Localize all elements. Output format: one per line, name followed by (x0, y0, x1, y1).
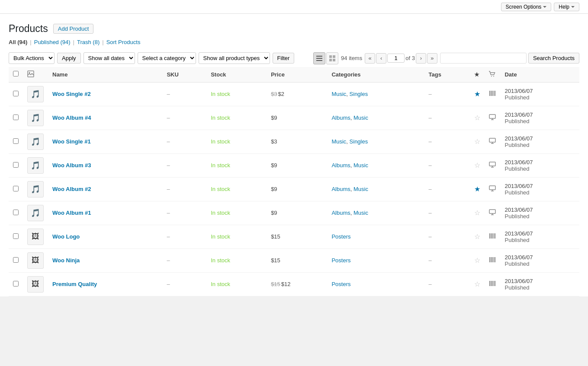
row-name-cell: Woo Album #2 (48, 177, 162, 201)
row-date-cell: 2013/06/07 Published (500, 106, 579, 130)
dates-filter-select[interactable]: Show all dates (84, 52, 135, 64)
category-link[interactable]: Music (353, 115, 368, 121)
first-page-button[interactable]: « (365, 53, 375, 64)
row-checkbox[interactable] (13, 233, 19, 239)
screen-options-button[interactable]: Screen Options (501, 3, 552, 11)
page-header: Products Add Product (9, 22, 579, 35)
featured-star-filled-icon[interactable]: ★ (474, 185, 480, 193)
add-product-button[interactable]: Add Product (53, 24, 94, 34)
category-link[interactable]: Music (331, 138, 346, 145)
row-checkbox[interactable] (13, 138, 19, 144)
row-name-cell: Woo Album #1 (48, 201, 162, 225)
category-link[interactable]: Music (353, 210, 368, 216)
category-link[interactable]: Music (331, 91, 346, 97)
featured-star-empty-icon[interactable]: ☆ (474, 209, 480, 216)
product-name-link[interactable]: Woo Ninja (52, 257, 80, 264)
row-checkbox[interactable] (13, 91, 19, 96)
current-page-input[interactable] (387, 54, 405, 63)
filter-trash-link[interactable]: Trash (8) (77, 39, 100, 45)
svg-rect-0 (316, 56, 322, 57)
table-row: 🎵Woo Album #1–In stock$9Albums, Music–☆ … (9, 201, 579, 225)
tags-value: – (429, 115, 432, 121)
category-link[interactable]: Posters (331, 233, 350, 240)
date-value: 2013/06/07 (504, 230, 575, 237)
row-checkbox[interactable] (13, 281, 19, 286)
row-stock-cell: In stock (206, 153, 267, 177)
category-link[interactable]: Posters (331, 257, 350, 264)
product-name-link[interactable]: Woo Album #2 (52, 186, 91, 192)
filter-published-link[interactable]: Published (94) (34, 39, 71, 45)
product-name-link[interactable]: Woo Single #2 (52, 91, 91, 97)
row-date-cell: 2013/06/07 Published (500, 248, 579, 272)
row-date-cell: 2013/06/07 Published (500, 130, 579, 153)
grid-view-button[interactable] (326, 52, 338, 64)
search-products-button[interactable]: Search Products (528, 53, 579, 64)
row-checkbox[interactable] (13, 115, 19, 120)
stock-value: In stock (211, 210, 230, 216)
price-value: $9 (271, 162, 277, 169)
product-name-link[interactable]: Woo Album #3 (52, 162, 91, 169)
category-link[interactable]: Posters (331, 281, 350, 287)
prev-page-button[interactable]: ‹ (376, 53, 386, 64)
product-thumb: 🎵 (27, 134, 44, 150)
category-link[interactable]: Albums (331, 186, 350, 192)
featured-star-filled-icon[interactable]: ★ (474, 90, 480, 98)
help-button[interactable]: Help (554, 3, 579, 11)
category-link[interactable]: Albums (331, 162, 350, 169)
product-name-link[interactable]: Woo Single #1 (52, 138, 91, 145)
category-link[interactable]: Singles (350, 91, 368, 97)
category-link[interactable]: Albums (331, 115, 350, 121)
product-name-link[interactable]: Woo Album #4 (52, 115, 91, 121)
col-header-thumb (23, 67, 48, 83)
featured-star-empty-icon[interactable]: ☆ (474, 162, 480, 169)
col-header-price: Price (267, 67, 327, 83)
help-label: Help (559, 4, 569, 10)
row-checkbox[interactable] (13, 186, 19, 191)
row-tags-cell: – (424, 225, 470, 248)
row-checkbox[interactable] (13, 257, 19, 263)
price-value: $9 (271, 115, 277, 121)
svg-rect-23 (489, 162, 495, 166)
category-link[interactable]: Music (353, 162, 368, 169)
product-thumb: 🎵 (27, 157, 44, 174)
sort-products-link[interactable]: Sort Products (106, 39, 141, 45)
category-link[interactable]: Singles (350, 138, 368, 145)
featured-star-empty-icon[interactable]: ☆ (474, 257, 480, 264)
featured-star-empty-icon[interactable]: ☆ (474, 233, 480, 240)
row-featured-cell: ☆ (470, 248, 485, 272)
search-products-input[interactable] (440, 53, 527, 64)
product-name-link[interactable]: Woo Logo (52, 233, 80, 240)
product-name-link[interactable]: Premium Quality (52, 281, 97, 287)
next-page-button[interactable]: › (416, 53, 426, 64)
apply-button[interactable]: Apply (57, 53, 81, 64)
filter-all-link[interactable]: All (94) (9, 39, 27, 45)
featured-star-empty-icon[interactable]: ☆ (474, 114, 480, 121)
row-checkbox[interactable] (13, 162, 19, 168)
featured-star-empty-icon[interactable]: ☆ (474, 138, 480, 145)
published-count: (94) (60, 39, 70, 45)
featured-star-empty-icon[interactable]: ☆ (474, 280, 480, 288)
row-type-cell (485, 130, 500, 153)
row-name-cell: Woo Album #4 (48, 106, 162, 130)
price-value: $9 (271, 210, 277, 216)
col-header-featured: ★ (470, 67, 485, 83)
svg-rect-43 (495, 257, 495, 262)
category-filter-select[interactable]: Select a category (138, 52, 196, 64)
row-tags-cell: – (424, 153, 470, 177)
price-current: $2 (278, 91, 284, 97)
category-link[interactable]: Music (353, 186, 368, 192)
product-name-link[interactable]: Woo Album #1 (52, 210, 91, 216)
select-all-checkbox[interactable] (13, 71, 19, 76)
category-link[interactable]: Albums (331, 210, 350, 216)
product-type-filter-select[interactable]: Show all product types (199, 52, 270, 64)
row-name-cell: Woo Album #3 (48, 153, 162, 177)
sku-value: – (167, 233, 170, 240)
list-view-button[interactable] (313, 52, 325, 64)
row-checkbox[interactable] (13, 210, 19, 215)
last-page-button[interactable]: » (427, 53, 437, 64)
bulk-actions-select[interactable]: Bulk Actions (9, 52, 55, 64)
row-featured-cell: ☆ (470, 201, 485, 225)
filter-button[interactable]: Filter (273, 53, 295, 64)
screen-options-chevron-icon (543, 6, 546, 8)
svg-rect-29 (489, 210, 495, 213)
